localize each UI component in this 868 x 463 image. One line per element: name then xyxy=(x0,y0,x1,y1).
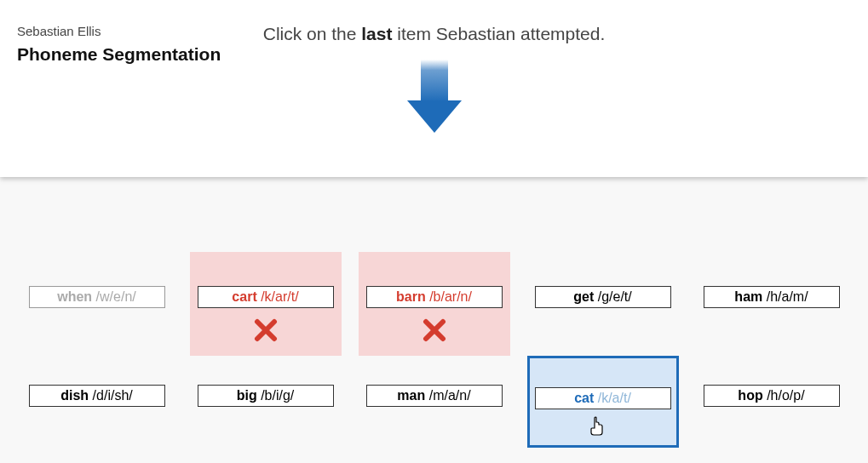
item-phonemes: /m/a/n/ xyxy=(429,388,471,403)
item-cell[interactable]: dish /d/i/sh/ xyxy=(21,356,173,407)
item-cell[interactable]: get /g/e/t/ xyxy=(527,252,679,308)
header: Sebastian Ellis Phoneme Segmentation Cli… xyxy=(0,0,868,177)
item-word: big xyxy=(237,388,257,403)
item-box[interactable]: when /w/e/n/ xyxy=(29,286,165,308)
item-word: when xyxy=(57,289,92,304)
grid-row: dish /d/i/sh/ big /b/i/g/ man /m/a/n/ ca… xyxy=(0,356,868,441)
item-word: get xyxy=(573,289,594,304)
item-word: cart xyxy=(232,289,256,304)
item-box[interactable]: ham /h/a/m/ xyxy=(704,286,840,308)
item-box[interactable]: cat /k/a/t/ xyxy=(535,387,671,409)
item-box[interactable]: hop /h/o/p/ xyxy=(704,385,840,407)
item-cell[interactable]: when /w/e/n/ xyxy=(21,252,173,308)
item-box[interactable]: cart /k/ar/t/ xyxy=(198,286,334,308)
svg-marker-5 xyxy=(407,100,462,133)
item-box[interactable]: big /b/i/g/ xyxy=(198,385,334,407)
item-cell-wrong[interactable]: cart /k/ar/t/ xyxy=(190,252,342,356)
item-cell[interactable]: man /m/a/n/ xyxy=(359,356,510,407)
item-word: cat xyxy=(574,391,594,405)
instruction-post: item Sebastian attempted. xyxy=(392,24,605,43)
item-phonemes: /h/o/p/ xyxy=(767,388,804,403)
item-cell[interactable]: hop /h/o/p/ xyxy=(696,356,848,407)
item-word: barn xyxy=(396,289,426,304)
item-box[interactable]: get /g/e/t/ xyxy=(535,286,671,308)
item-phonemes: /w/e/n/ xyxy=(96,289,136,304)
item-word: hop xyxy=(738,388,762,403)
item-phonemes: /h/a/m/ xyxy=(767,289,808,304)
item-word: dish xyxy=(60,388,89,403)
item-cell[interactable]: big /b/i/g/ xyxy=(190,356,342,407)
grid-row: when /w/e/n/ cart /k/ar/t/ bar xyxy=(0,252,868,337)
item-phonemes: /b/i/g/ xyxy=(261,388,294,403)
item-word: ham xyxy=(734,289,762,304)
svg-rect-4 xyxy=(421,60,448,102)
item-cell[interactable]: ham /h/a/m/ xyxy=(696,252,848,308)
instruction-bold: last xyxy=(361,24,392,43)
x-icon xyxy=(254,318,278,346)
item-cell-selected[interactable]: cat /k/a/t/ xyxy=(527,356,679,448)
item-phonemes: /k/ar/t/ xyxy=(261,289,298,304)
item-phonemes: /d/i/sh/ xyxy=(93,388,133,403)
subskill-title: Phoneme Segmentation xyxy=(17,44,221,65)
item-word: man xyxy=(397,388,425,403)
instruction-text: Click on the last item Sebastian attempt… xyxy=(0,24,868,44)
item-box[interactable]: barn /b/ar/n/ xyxy=(366,286,503,308)
down-arrow-icon xyxy=(400,60,468,140)
item-phonemes: /g/e/t/ xyxy=(598,289,632,304)
instruction-pre: Click on the xyxy=(263,24,362,43)
item-grid: got /g/o/t/ men /m/e/n/ ship /sh/i/p/ fa… xyxy=(0,155,868,460)
item-phonemes: /k/a/t/ xyxy=(598,391,631,405)
item-box[interactable]: man /m/a/n/ xyxy=(366,385,503,407)
x-icon xyxy=(423,318,446,346)
item-cell-wrong[interactable]: barn /b/ar/n/ xyxy=(359,252,510,356)
item-phonemes: /b/ar/n/ xyxy=(429,289,472,304)
item-box[interactable]: dish /d/i/sh/ xyxy=(29,385,165,407)
